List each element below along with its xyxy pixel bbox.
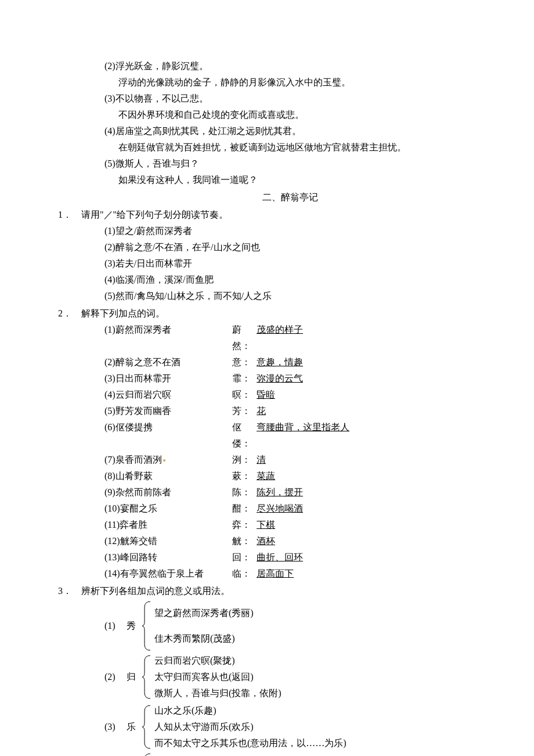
keyword-label: 芳： xyxy=(232,403,257,419)
definition-value: 弥漫的云气 xyxy=(257,370,499,387)
question-number: 2． xyxy=(55,305,72,322)
keyword-label: 蔌： xyxy=(232,468,257,484)
definition-row: (10)宴酣之乐酣：尽兴地喝酒 xyxy=(104,501,499,517)
definition-row: (8)山肴野蔌蔌：菜蔬 xyxy=(104,468,499,484)
section-title: 二、醉翁亭记 xyxy=(81,189,499,206)
group-line: 云归而岩穴暝(聚拢) xyxy=(154,653,499,669)
term: (12)觥筹交错 xyxy=(104,533,232,549)
brace-icon xyxy=(141,654,151,700)
translation-text: 浮动的光像跳动的金子，静静的月影像沉入水中的玉璧。 xyxy=(81,74,499,91)
definition-row: (5)野芳发而幽香芳：花 xyxy=(104,403,499,419)
group-line: 佳木秀而繁阴(茂盛) xyxy=(154,631,499,647)
term: (1)蔚然而深秀者 xyxy=(104,322,232,338)
group-line: 人知从太守游而乐(欢乐) xyxy=(154,719,499,735)
keyword-label: 酣： xyxy=(232,501,257,517)
term: (13)峰回路转 xyxy=(104,549,232,566)
brace xyxy=(140,600,152,651)
list-item: (2)醉翁之意/不在酒，在乎/山水之间也 xyxy=(104,239,499,255)
definition-row: (11)弈者胜弈：下棋 xyxy=(104,517,499,533)
term: (14)有亭翼然临于泉上者 xyxy=(104,566,232,582)
definition-row: (2)醉翁之意不在酒意：意趣，情趣 xyxy=(104,354,499,370)
definition-value: 陈列，摆开 xyxy=(257,484,499,501)
list-item: (1)望之/蔚然而深秀者 xyxy=(104,223,499,239)
group-key: 秀 xyxy=(124,600,140,651)
group-lines: 太守自谓也(命名)太守谓谁(为，是) xyxy=(152,753,499,756)
group-number: (1) xyxy=(104,600,124,651)
group-line: 微斯人，吾谁与归(投靠，依附) xyxy=(154,685,499,701)
document-page: (2)浮光跃金，静影沉璧。浮动的光像跳动的金子，静静的月影像沉入水中的玉璧。(3… xyxy=(0,0,534,756)
brace-icon xyxy=(141,753,151,756)
definition-row: (3)日出而林霏开霏：弥漫的云气 xyxy=(104,370,499,387)
q2-items: (1)蔚然而深秀者蔚然：茂盛的样子(2)醉翁之意不在酒意：意趣，情趣(3)日出而… xyxy=(81,322,499,582)
group-number: (3) xyxy=(104,703,124,751)
definition-value: 茂盛的样子 xyxy=(257,322,499,338)
keyword-label: 觥： xyxy=(232,533,257,549)
keyword-label: 洌： xyxy=(232,452,257,468)
definition-value: 居高面下 xyxy=(257,566,499,582)
question-2: 2．解释下列加点的词。 (1)蔚然而深秀者蔚然：茂盛的样子(2)醉翁之意不在酒意… xyxy=(81,305,499,582)
term: (2)醉翁之意不在酒 xyxy=(104,354,232,370)
translation-text: 在朝廷做官就为百姓担忧，被贬谪到边远地区做地方官就替君主担忧。 xyxy=(81,139,499,156)
term: (4)云归而岩穴暝 xyxy=(104,387,232,403)
question-number: 1． xyxy=(55,207,72,223)
keyword-label: 回： xyxy=(232,549,257,566)
q3-groups: (1)秀望之蔚然而深秀者(秀丽)佳木秀而繁阴(茂盛)(2)归云归而岩穴暝(聚拢)… xyxy=(81,600,499,756)
definition-row: (4)云归而岩穴暝暝：昏暗 xyxy=(104,387,499,403)
brace xyxy=(140,703,152,751)
definition-row: (12)觥筹交错觥：酒杯 xyxy=(104,533,499,549)
translation-text: 如果没有这种人，我同谁一道呢？ xyxy=(81,172,499,188)
list-item: (3)若夫/日出而林霏开 xyxy=(104,255,499,272)
brace-icon xyxy=(141,704,151,750)
keyword-label: 暝： xyxy=(232,387,257,403)
question-stem: 辨析下列各组加点词的意义或用法。 xyxy=(81,586,230,596)
definition-row: (1)蔚然而深秀者蔚然：茂盛的样子 xyxy=(104,322,499,354)
definition-row: (13)峰回路转回：曲折、回环 xyxy=(104,549,499,566)
keyword-label: 伛偻： xyxy=(232,419,257,452)
analysis-group: (3)乐山水之乐(乐趣)人知从太守游而乐(欢乐)而不知太守之乐其乐也(意动用法，… xyxy=(104,703,499,751)
highlight-dot-icon xyxy=(163,459,165,462)
term: (5)野芳发而幽香 xyxy=(104,403,232,419)
keyword-label: 意： xyxy=(232,354,257,370)
group-lines: 望之蔚然而深秀者(秀丽)佳木秀而繁阴(茂盛) xyxy=(152,600,499,651)
brace xyxy=(140,753,152,756)
definition-value: 尽兴地喝酒 xyxy=(257,501,499,517)
group-lines: 山水之乐(乐趣)人知从太守游而乐(欢乐)而不知太守之乐其乐也(意动用法，以……为… xyxy=(152,703,499,751)
translation-item: (4)居庙堂之高则忧其民，处江湖之远则忧其君。 xyxy=(81,123,499,139)
group-line: 山水之乐(乐趣) xyxy=(154,703,499,719)
term: (3)日出而林霏开 xyxy=(104,370,232,387)
list-item: (5)然而/禽鸟知/山林之乐，而不知/人之乐 xyxy=(104,288,499,304)
brace-icon xyxy=(141,600,151,651)
question-stem: 请用"／"给下列句子划分朗读节奏。 xyxy=(81,210,228,219)
term: (8)山肴野蔌 xyxy=(104,468,232,484)
term: (10)宴酣之乐 xyxy=(104,501,232,517)
question-3: 3．辨析下列各组加点词的意义或用法。 (1)秀望之蔚然而深秀者(秀丽)佳木秀而繁… xyxy=(81,583,499,756)
group-line: 太守归而宾客从也(返回) xyxy=(154,669,499,685)
definition-value: 清 xyxy=(257,452,499,468)
list-item: (4)临溪/而渔，溪深/而鱼肥 xyxy=(104,272,499,288)
brace xyxy=(140,653,152,701)
term: (7)泉香而酒洌 xyxy=(104,452,232,468)
definition-value: 酒杯 xyxy=(257,533,499,549)
group-number: (4) xyxy=(104,753,124,756)
group-key: 乐 xyxy=(124,703,140,751)
term: (9)杂然而前陈者 xyxy=(104,484,232,501)
keyword-label: 蔚然： xyxy=(232,322,257,354)
group-number: (2) xyxy=(104,653,124,701)
keyword-label: 临： xyxy=(232,566,257,582)
definition-value: 菜蔬 xyxy=(257,468,499,484)
definition-row: (14)有亭翼然临于泉上者临：居高面下 xyxy=(104,566,499,582)
translation-list: (2)浮光跃金，静影沉璧。浮动的光像跳动的金子，静静的月影像沉入水中的玉璧。(3… xyxy=(81,58,499,188)
term: (11)弈者胜 xyxy=(104,517,232,533)
definition-row: (7)泉香而酒洌洌：清 xyxy=(104,452,499,468)
definition-value: 曲折、回环 xyxy=(257,549,499,566)
definition-value: 意趣，情趣 xyxy=(257,354,499,370)
term: (6)伛偻提携 xyxy=(104,419,232,435)
keyword-label: 弈： xyxy=(232,517,257,533)
translation-text: 不因外界环境和自己处境的变化而或喜或悲。 xyxy=(81,107,499,123)
group-line: 而不知太守之乐其乐也(意动用法，以……为乐) xyxy=(154,735,499,751)
analysis-group: (1)秀望之蔚然而深秀者(秀丽)佳木秀而繁阴(茂盛) xyxy=(104,600,499,651)
group-key: 谓 xyxy=(124,753,140,756)
definition-value: 昏暗 xyxy=(257,387,499,403)
question-stem: 解释下列加点的词。 xyxy=(81,308,165,318)
translation-item: (5)微斯人，吾谁与归？ xyxy=(81,156,499,172)
